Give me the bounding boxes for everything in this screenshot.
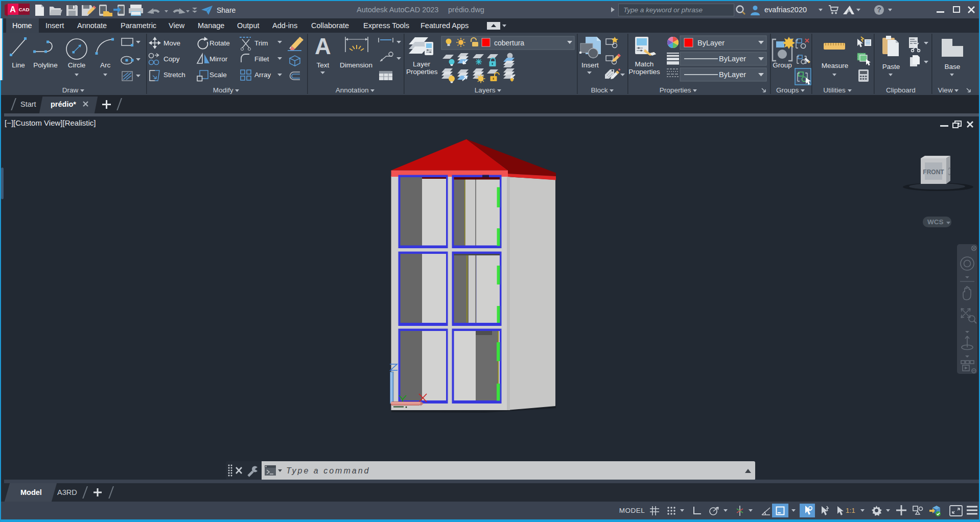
svg-text:FRONT: FRONT xyxy=(923,169,944,176)
svg-text:A: A xyxy=(315,34,331,59)
svg-text:cobertura: cobertura xyxy=(494,39,524,47)
svg-text:CAD: CAD xyxy=(19,7,30,12)
svg-text:A: A xyxy=(10,5,16,14)
svg-text:ByLayer: ByLayer xyxy=(719,70,746,79)
svg-text:ByLayer: ByLayer xyxy=(697,39,725,47)
svg-text:Share: Share xyxy=(217,6,236,14)
svg-text:ByLayer: ByLayer xyxy=(719,55,746,63)
